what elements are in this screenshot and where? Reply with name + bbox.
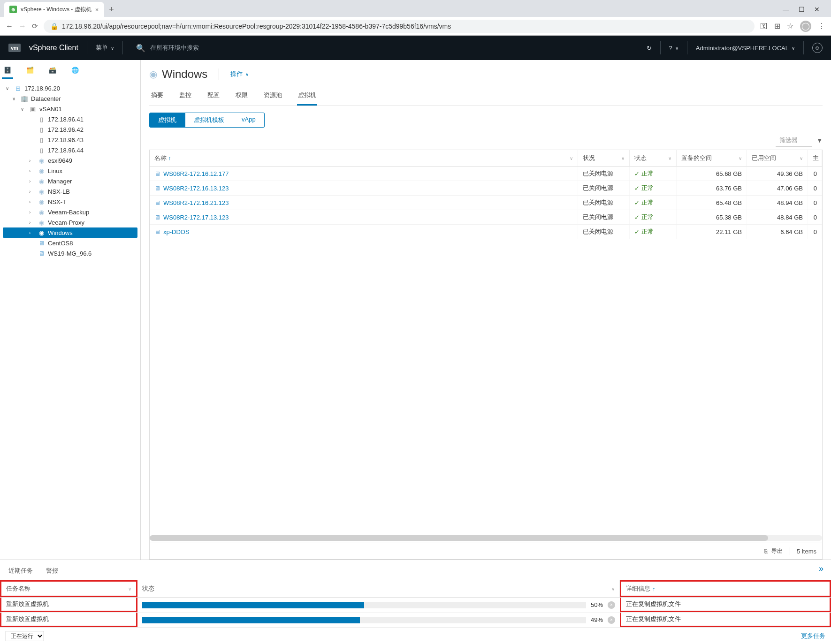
tree-pool[interactable]: ›◉esxi9649 [3, 155, 137, 166]
recent-tasks-panel: 近期任务 警报 » 任务名称∨ 状态∨ 详细信息↑ 重新放置虚拟机50%×正在复… [0, 560, 831, 644]
tree-host[interactable]: ▯172.18.96.42 [3, 124, 137, 135]
col-header-last[interactable]: 主 [808, 150, 822, 166]
tree-pool[interactable]: ›◉Veeam-Proxy [3, 217, 137, 227]
horizontal-scrollbar[interactable] [150, 535, 822, 541]
forward-icon: → [19, 22, 26, 30]
tab-alerts[interactable]: 警报 [45, 564, 59, 580]
subtab-templates[interactable]: 虚拟机模板 [185, 113, 233, 128]
tree-pool[interactable]: ›◉Manager [3, 176, 137, 186]
tree-pool[interactable]: ›◉Linux [3, 166, 137, 176]
user-dropdown[interactable]: Administrator@VSPHERE.LOCAL ∨ [696, 45, 795, 52]
cancel-task-icon[interactable]: × [608, 616, 615, 624]
close-icon[interactable]: × [95, 6, 99, 13]
col-header-status[interactable]: 状况∨ [578, 150, 630, 166]
col-header-state[interactable]: 状态∨ [630, 150, 677, 166]
content-tabs: 摘要 监控 配置 权限 资源池 虚拟机 [149, 86, 823, 106]
vm-icon: 🖥 [154, 228, 160, 235]
tab-recent-tasks[interactable]: 近期任务 [8, 564, 34, 580]
vm-icon: 🖥 [38, 250, 45, 257]
feedback-icon[interactable]: ☺ [812, 43, 823, 53]
resource-pool-icon: ◉ [38, 157, 45, 164]
tree-pool[interactable]: ›◉Veeam-Backup [3, 207, 137, 217]
col-header-name[interactable]: 名称↑∨ [150, 150, 578, 166]
tab-resource-pools[interactable]: 资源池 [263, 86, 283, 106]
help-dropdown[interactable]: ? ∨ [669, 45, 679, 52]
tree-pool[interactable]: ›◉NSX-T [3, 197, 137, 207]
tree-vc[interactable]: ∨ ⊞ 172.18.96.20 [3, 83, 137, 93]
vm-icon: 🖥 [154, 170, 160, 177]
tab-monitor[interactable]: 监控 [178, 86, 192, 106]
task-progress: 50%× [137, 599, 620, 611]
global-search[interactable]: 🔍 在所有环境中搜索 [131, 44, 638, 53]
tab-summary[interactable]: 摘要 [150, 86, 164, 106]
lock-icon: 🔒 [50, 23, 58, 30]
reload-icon[interactable]: ⟳ [32, 22, 38, 30]
table-row[interactable]: 🖥WS08R2-172.16.13.123已关闭电源✓正常63.76 GB47.… [150, 181, 822, 196]
new-tab-button[interactable]: + [104, 5, 119, 15]
tree-vm[interactable]: 🖥WS19-MG_96.6 [3, 248, 137, 258]
profile-avatar[interactable]: ◯ [800, 21, 811, 32]
vm-icon: 🖥 [154, 214, 160, 221]
col-task-status[interactable]: 状态∨ [137, 580, 620, 597]
browser-tab[interactable]: ⊕ vSphere - Windows - 虚拟机 × [4, 2, 104, 17]
cancel-task-icon[interactable]: × [608, 601, 615, 609]
vm-icon: 🖥 [154, 199, 160, 206]
maximize-icon[interactable]: ☐ [799, 6, 805, 13]
vmware-logo: vm [8, 44, 21, 52]
star-icon[interactable]: ☆ [787, 22, 793, 30]
translate-icon[interactable]: ⊞ [774, 22, 780, 30]
actions-dropdown[interactable]: 操作 ∨ [230, 70, 249, 78]
tab-configure[interactable]: 配置 [206, 86, 221, 106]
table-row[interactable]: 🖥xp-DDOS已关闭电源✓正常22.11 GB6.64 GB0 [150, 225, 822, 239]
vm-name-link[interactable]: WS08R2-172.16.12.177 [163, 170, 229, 177]
key-icon[interactable]: ⚿ [760, 22, 768, 30]
tree-cluster[interactable]: ∨ ▣ vSAN01 [3, 104, 137, 114]
col-header-used[interactable]: 已用空间∨ [747, 150, 808, 166]
task-row: 重新放置虚拟机49%×正在复制虚拟机文件 [0, 613, 831, 628]
subtab-vapp[interactable]: vApp [233, 113, 265, 128]
close-window-icon[interactable]: ✕ [814, 6, 820, 13]
tree-host[interactable]: ▯172.18.96.41 [3, 114, 137, 124]
check-icon: ✓ [634, 228, 640, 235]
col-task-name[interactable]: 任务名称∨ [0, 580, 137, 597]
hosts-clusters-tab-icon[interactable]: 🗄️ [2, 64, 13, 79]
refresh-icon[interactable]: ↻ [647, 45, 652, 52]
table-row[interactable]: 🖥WS08R2-172.16.12.177已关闭电源✓正常65.68 GB49.… [150, 167, 822, 181]
menu-dots-icon[interactable]: ⋮ [818, 22, 825, 30]
networking-tab-icon[interactable]: 🌐 [69, 64, 81, 79]
vm-name-link[interactable]: WS08R2-172.16.13.123 [163, 185, 229, 192]
vm-icon: 🖥 [38, 239, 45, 247]
vm-name-link[interactable]: xp-DDOS [163, 228, 190, 235]
browser-chrome: ⊕ vSphere - Windows - 虚拟机 × + — ☐ ✕ ← → … [0, 0, 831, 36]
tab-permissions[interactable]: 权限 [235, 86, 249, 106]
subtab-vms[interactable]: 虚拟机 [149, 113, 185, 128]
vm-name-link[interactable]: WS08R2-172.16.21.123 [163, 199, 229, 206]
vm-name-link[interactable]: WS08R2-172.17.13.123 [163, 214, 229, 221]
filter-icon[interactable]: ▼ [816, 137, 823, 144]
storage-tab-icon[interactable]: 🗃️ [47, 64, 58, 79]
tree-datacenter[interactable]: ∨ 🏢 Datacenter [3, 93, 137, 104]
more-tasks-link[interactable]: 更多任务 [801, 632, 825, 640]
tree-pool-windows[interactable]: ›◉Windows [3, 227, 137, 238]
tree-host[interactable]: ▯172.18.96.44 [3, 145, 137, 155]
url-field[interactable]: 🔒 172.18.96.20/ui/app/resourcepool;nav=h… [44, 20, 755, 33]
tree-host[interactable]: ▯172.18.96.43 [3, 135, 137, 145]
url-text: 172.18.96.20/ui/app/resourcepool;nav=h/u… [62, 23, 451, 30]
col-header-provisioned[interactable]: 置备的空间∨ [677, 150, 747, 166]
col-task-detail[interactable]: 详细信息↑ [620, 580, 831, 597]
tab-vms[interactable]: 虚拟机 [297, 86, 317, 106]
task-filter-select[interactable]: 正在运行 [6, 631, 44, 641]
export-icon: ⎘ [764, 548, 768, 555]
collapse-panel-icon[interactable]: » [819, 564, 823, 574]
filter-input[interactable]: 筛选器 [776, 134, 812, 147]
resource-pool-icon: ◉ [38, 229, 45, 236]
table-row[interactable]: 🖥WS08R2-172.17.13.123已关闭电源✓正常65.38 GB48.… [150, 210, 822, 225]
table-row[interactable]: 🖥WS08R2-172.16.21.123已关闭电源✓正常65.48 GB48.… [150, 196, 822, 210]
menu-dropdown[interactable]: 菜单 ∨ [96, 44, 114, 52]
export-button[interactable]: ⎘导出 [764, 547, 783, 555]
tree-pool[interactable]: ›◉NSX-LB [3, 186, 137, 197]
back-icon[interactable]: ← [6, 22, 13, 30]
vms-templates-tab-icon[interactable]: 🗂️ [24, 64, 36, 79]
minimize-icon[interactable]: — [783, 6, 789, 13]
tree-vm[interactable]: 🖥CentOS8 [3, 238, 137, 248]
